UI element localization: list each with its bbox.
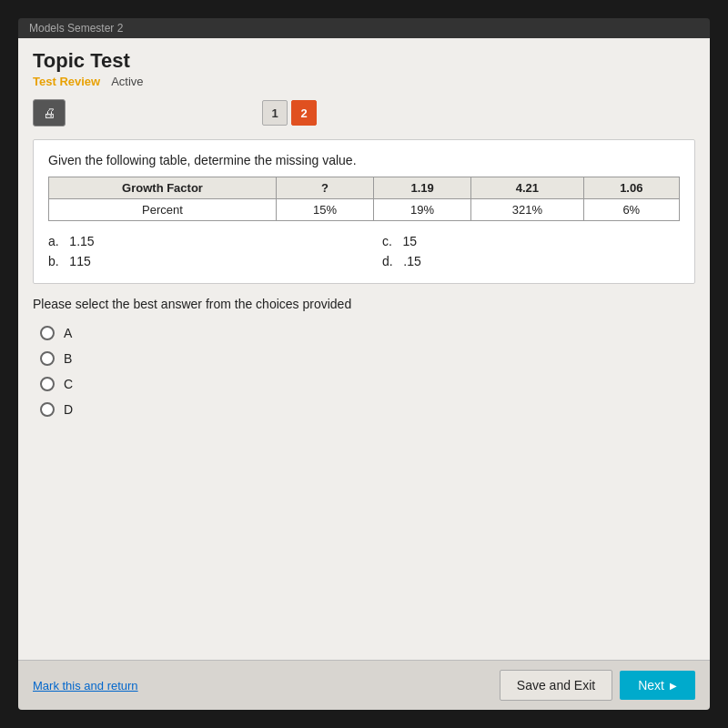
radio-circle-a	[40, 326, 55, 340]
answer-a: a. 1.15	[48, 232, 346, 250]
toolbar-row: 🖨 1 2	[33, 99, 695, 126]
top-bar: Models Semester 2	[18, 18, 710, 38]
active-label: Active	[111, 75, 143, 88]
table-header-3: 4.21	[471, 177, 583, 199]
answer-b: b. 115	[48, 252, 346, 270]
bottom-right: Save and Exit Next	[500, 670, 695, 701]
radio-option-a[interactable]: A	[40, 326, 695, 340]
radio-options: A B C D	[40, 326, 695, 417]
subtitle-row: Test Review Active	[33, 75, 695, 88]
choice-c-value: 15	[403, 234, 418, 248]
question-text: Given the following table, determine the…	[48, 153, 680, 167]
radio-option-d[interactable]: D	[40, 402, 695, 417]
radio-label-d: D	[64, 402, 73, 417]
answer-c: c. 15	[382, 232, 680, 250]
choice-b-value: 115	[69, 254, 90, 268]
radio-circle-b	[40, 351, 55, 366]
print-button[interactable]: 🖨	[33, 99, 66, 126]
top-bar-label: Models Semester 2	[29, 22, 123, 35]
bottom-bar: Mark this and return Save and Exit Next	[18, 660, 710, 710]
radio-option-c[interactable]: C	[40, 377, 695, 391]
radio-label-c: C	[64, 377, 73, 391]
mark-return-link[interactable]: Mark this and return	[33, 679, 138, 693]
table-header-1: ?	[277, 177, 374, 199]
page-1-button[interactable]: 1	[262, 100, 288, 126]
page-buttons: 1 2	[262, 100, 317, 126]
data-table: Growth Factor ? 1.19 4.21 1.06 Percent 1…	[48, 177, 680, 221]
choice-b-label: b.	[48, 254, 59, 268]
next-button[interactable]: Next	[620, 671, 695, 700]
save-exit-button[interactable]: Save and Exit	[500, 670, 612, 701]
table-header-2: 1.19	[374, 177, 471, 199]
radio-label-b: B	[64, 351, 72, 366]
choice-d-label: d.	[382, 254, 393, 268]
choice-d-value: .15	[403, 254, 420, 268]
choice-a-label: a.	[48, 234, 59, 248]
radio-option-b[interactable]: B	[40, 351, 695, 366]
test-review-label: Test Review	[33, 75, 100, 88]
table-header-4: 1.06	[583, 177, 679, 199]
radio-circle-d	[40, 402, 55, 417]
choice-c-label: c.	[382, 234, 392, 248]
choice-a-value: 1.15	[69, 234, 94, 248]
main-content: Topic Test Test Review Active 🖨 1 2 Give…	[18, 38, 710, 660]
page-title: Topic Test	[33, 49, 695, 73]
radio-label-a: A	[64, 326, 72, 340]
table-cell-2: 321%	[471, 199, 583, 221]
table-cell-1: 19%	[374, 199, 471, 221]
table-cell-3: 6%	[583, 199, 679, 221]
table-row-label: Percent	[49, 199, 277, 221]
page-2-button[interactable]: 2	[291, 100, 317, 126]
answer-d: d. .15	[382, 252, 680, 270]
instruction-text: Please select the best answer from the c…	[33, 297, 695, 311]
radio-circle-c	[40, 377, 55, 391]
question-area: Given the following table, determine the…	[33, 139, 695, 284]
answer-choices: a. 1.15 c. 15 b. 115 d. .15	[48, 232, 680, 270]
table-cell-0: 15%	[277, 199, 374, 221]
table-header-0: Growth Factor	[49, 177, 277, 199]
